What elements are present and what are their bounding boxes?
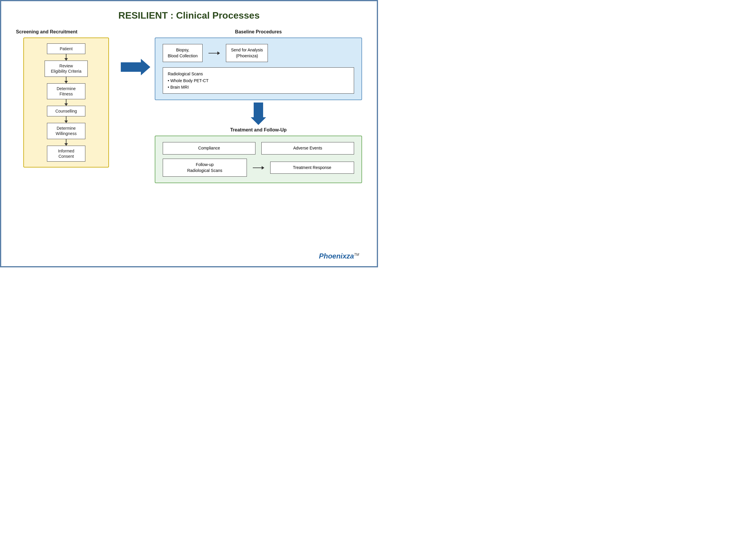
followup-box: Follow-upRadiological Scans (163, 159, 247, 177)
horiz-arrow-line (208, 53, 217, 53)
down-arrow-blue (251, 102, 266, 125)
baseline-box: Biopsy,Blood Collection Send for Analysi… (155, 38, 362, 100)
adverse-events-box: Adverse Events (261, 142, 354, 155)
right-arrow-icon (121, 59, 150, 75)
treatment-title: Treatment and Follow-Up (155, 127, 362, 133)
logo-text: PhoenixzaTM (319, 252, 359, 260)
left-section: Screening and Recruitment Patient Review… (16, 29, 116, 167)
right-section: Baseline Procedures Biopsy,Blood Collect… (155, 29, 362, 183)
arrow-4 (66, 116, 67, 123)
fitness-box: DetermineFitness (47, 83, 85, 99)
baseline-title: Baseline Procedures (155, 29, 362, 35)
radiology-box: Radiological Scans • Whole Body PET-CT •… (163, 67, 354, 94)
counselling-box: Counselling (47, 106, 85, 116)
horiz-arrow-head-2 (262, 166, 264, 170)
logo-brand: Phoenixza (319, 252, 354, 260)
biopsy-box: Biopsy,Blood Collection (163, 44, 202, 62)
logo-tm: TM (354, 253, 359, 257)
patient-flow: Patient (47, 43, 85, 61)
eligibility-flow: ReviewEligibility Criteria (44, 61, 87, 83)
eligibility-box: ReviewEligibility Criteria (44, 61, 87, 76)
fitness-flow: DetermineFitness (47, 83, 85, 106)
horiz-arrow-line-2 (253, 167, 262, 168)
send-analysis-box: Send for Analysis(Phoenixza) (226, 44, 268, 62)
main-title: RESILIENT : Clinical Processes (119, 10, 259, 21)
willingness-box: DetermineWillingness (47, 123, 85, 139)
treatment-section: Treatment and Follow-Up Compliance Adver… (155, 127, 362, 183)
screening-section-title: Screening and Recruitment (16, 29, 116, 35)
arrow-head (141, 59, 150, 75)
horiz-arrow-head (217, 51, 220, 55)
treatment-response-box: Treatment Response (270, 162, 354, 174)
treatment-top-row: Compliance Adverse Events (163, 142, 354, 155)
patient-box: Patient (47, 43, 85, 54)
counselling-flow: Counselling (47, 106, 85, 123)
willingness-flow: DetermineWillingness (47, 123, 85, 145)
down-arrow-head (251, 117, 266, 125)
middle-arrow-section (116, 29, 155, 75)
arrow-body (121, 62, 142, 72)
logo-area: PhoenixzaTM (16, 252, 362, 260)
treatment-box: Compliance Adverse Events Follow-upRadio… (155, 136, 362, 183)
page-wrapper: RESILIENT : Clinical Processes Screening… (0, 0, 378, 268)
arrow-5 (66, 139, 67, 146)
consent-box: InformedConsent (47, 146, 85, 162)
compliance-box: Compliance (163, 142, 256, 155)
consent-flow: InformedConsent (47, 146, 85, 162)
screening-box: Patient ReviewEligibility Criteria Deter… (23, 38, 109, 167)
down-arrow-body (254, 102, 263, 117)
horiz-arrow-1 (208, 51, 220, 55)
content-area: Screening and Recruitment Patient Review… (16, 29, 362, 249)
arrow-2 (66, 77, 67, 83)
arrow-1 (66, 54, 67, 61)
horiz-arrow-2 (253, 166, 264, 170)
treatment-bottom-row: Follow-upRadiological Scans Treatment Re… (163, 159, 354, 177)
arrow-3 (66, 99, 67, 106)
baseline-top-row: Biopsy,Blood Collection Send for Analysi… (163, 44, 354, 62)
baseline-section: Baseline Procedures Biopsy,Blood Collect… (155, 29, 362, 100)
